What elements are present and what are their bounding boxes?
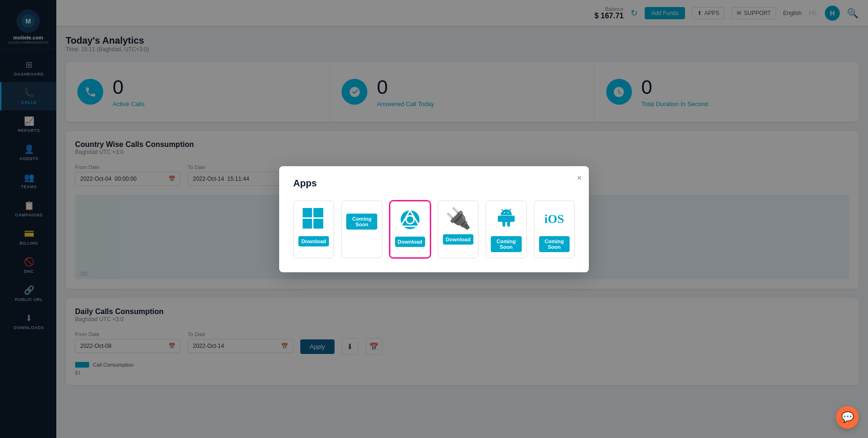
app-card-ios[interactable]: iOS Coming Soon [534,200,575,258]
apple-coming-button[interactable]: Coming Soon [346,214,377,230]
windows-download-button[interactable]: Download [298,236,329,246]
android-icon [495,208,518,231]
modal-close-button[interactable]: × [577,173,582,183]
windows-icon [303,208,325,231]
android-coming-button[interactable]: Coming Soon [491,236,521,252]
chrome-download-button[interactable]: Download [395,237,425,247]
plugin-icon: 🔌 [445,208,471,229]
chrome-icon [399,208,421,231]
ios-coming-button[interactable]: Coming Soon [539,236,570,252]
app-card-windows[interactable]: Download [293,200,334,258]
apps-modal: Apps × Download [279,166,589,272]
modal-overlay[interactable]: Apps × Download [0,0,868,438]
modal-title: Apps [293,178,575,189]
chat-bubble[interactable]: 💬 [836,406,859,429]
apps-grid: Download Coming Soon [293,200,575,258]
app-card-android[interactable]: Coming Soon [486,200,526,258]
chat-icon: 💬 [841,411,854,423]
svg-point-5 [407,216,413,223]
ios-icon: iOS [543,208,565,231]
app-card-plugin[interactable]: 🔌 Download [438,200,479,258]
app-card-chrome[interactable]: Download [389,200,431,258]
app-card-apple[interactable]: Coming Soon [341,200,382,258]
plugin-download-button[interactable]: Download [443,234,473,245]
